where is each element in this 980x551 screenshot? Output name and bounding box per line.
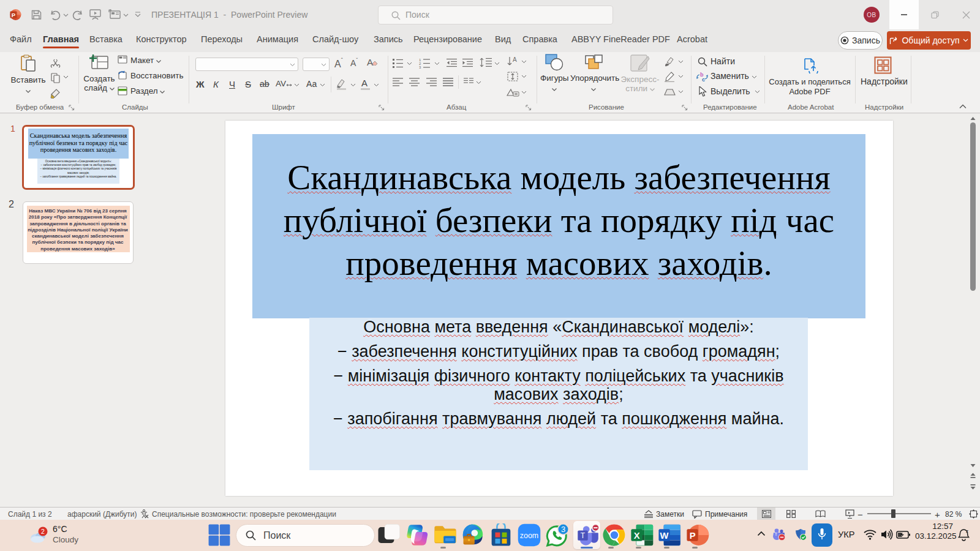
svg-text:X: X: [634, 531, 640, 541]
svg-text:2: 2: [41, 528, 45, 535]
svg-text:3: 3: [419, 66, 421, 69]
svg-text:c: c: [702, 77, 705, 82]
svg-text:3: 3: [561, 525, 565, 534]
svg-text:W: W: [660, 531, 669, 541]
svg-text:T: T: [775, 532, 778, 536]
svg-text:z: z: [966, 528, 968, 534]
svg-text:А: А: [513, 56, 517, 63]
svg-text:P: P: [690, 531, 696, 541]
svg-text:T: T: [581, 531, 586, 540]
svg-text:P: P: [12, 12, 16, 18]
svg-text:zoom: zoom: [520, 531, 538, 540]
